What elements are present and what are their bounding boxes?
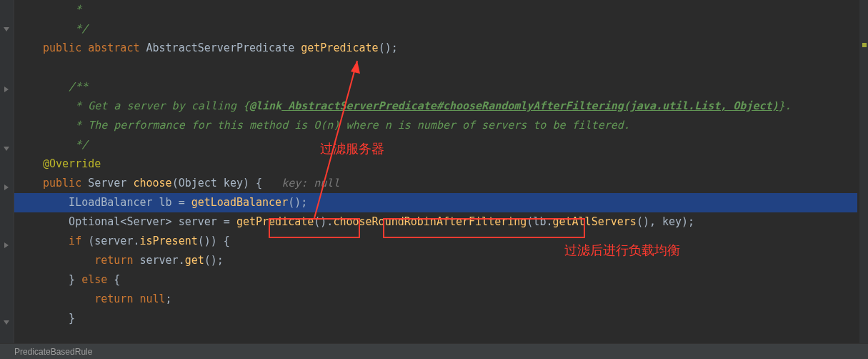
code-text: ();	[379, 41, 398, 54]
code-keyword: public	[43, 41, 81, 54]
code-text: }	[43, 273, 81, 286]
code-text: ();	[288, 196, 307, 209]
code-method: choose	[133, 177, 171, 190]
code-text: */	[43, 22, 88, 35]
code-method: getLoadBalancer	[191, 196, 288, 209]
breadcrumb-bar[interactable]: PredicateBasedRule	[0, 343, 868, 359]
parameter-hint: key: null	[281, 177, 339, 190]
code-text: AbstractServerPredicate	[139, 41, 301, 54]
code-text: ();	[204, 254, 224, 267]
code-text: }.	[779, 99, 792, 112]
code-text: * Get a server by calling {	[43, 99, 249, 112]
code-text: *	[43, 3, 81, 16]
code-text: (Object key) {	[172, 177, 282, 190]
code-text: */	[43, 138, 88, 151]
code-method: chooseRoundRobinAfterFiltering	[333, 215, 527, 228]
fold-open-icon[interactable]	[1, 84, 12, 94]
code-text: ().	[314, 215, 333, 228]
fold-open-icon[interactable]	[1, 182, 12, 192]
breadcrumb-item[interactable]: PredicateBasedRule	[14, 347, 92, 357]
code-text: (server.	[81, 235, 139, 247]
code-annotation: @Override	[43, 157, 101, 170]
code-keyword: else	[81, 273, 107, 286]
code-keyword: if	[43, 235, 81, 247]
code-text: server.	[133, 254, 184, 267]
code-method: getPredicate	[236, 215, 314, 228]
code-text: ILoadBalancer lb =	[43, 196, 191, 209]
code-text: ()) {	[198, 235, 230, 247]
code-text: ;	[166, 292, 172, 305]
code-method: getAllServers	[552, 215, 636, 228]
fold-open-icon[interactable]	[1, 240, 12, 250]
code-text: (lb.	[527, 215, 552, 228]
error-stripe[interactable]	[859, 0, 868, 343]
code-keyword: return null	[43, 292, 166, 305]
warning-marker-icon[interactable]	[862, 43, 867, 47]
code-text: (), key);	[637, 215, 694, 228]
code-text: Server	[88, 177, 133, 190]
code-method: isPresent	[139, 235, 197, 247]
javadoc-link[interactable]: AbstractServerPredicate#chooseRandomlyAf…	[281, 99, 778, 112]
blank-line	[14, 58, 857, 77]
editor-gutter	[0, 0, 14, 343]
code-keyword: abstract	[81, 41, 139, 54]
code-keyword: public	[43, 177, 88, 190]
code-text: {	[107, 273, 120, 286]
fold-close-icon[interactable]	[1, 144, 12, 154]
code-text: * The performance for this method is O(n…	[43, 119, 630, 132]
code-keyword: return	[43, 254, 133, 267]
current-execution-line: ILoadBalancer lb = getLoadBalancer();	[14, 193, 857, 212]
fold-close-icon[interactable]	[1, 318, 12, 328]
code-text: /**	[43, 80, 88, 93]
code-text: Optional<Server> server =	[43, 215, 236, 228]
fold-close-icon[interactable]	[1, 24, 12, 34]
code-text: }	[43, 312, 75, 325]
code-method: getPredicate	[301, 41, 378, 54]
code-method: get	[185, 254, 204, 267]
code-editor[interactable]: * */ public abstract AbstractServerPredi…	[14, 0, 857, 348]
javadoc-tag: @link	[249, 99, 281, 112]
